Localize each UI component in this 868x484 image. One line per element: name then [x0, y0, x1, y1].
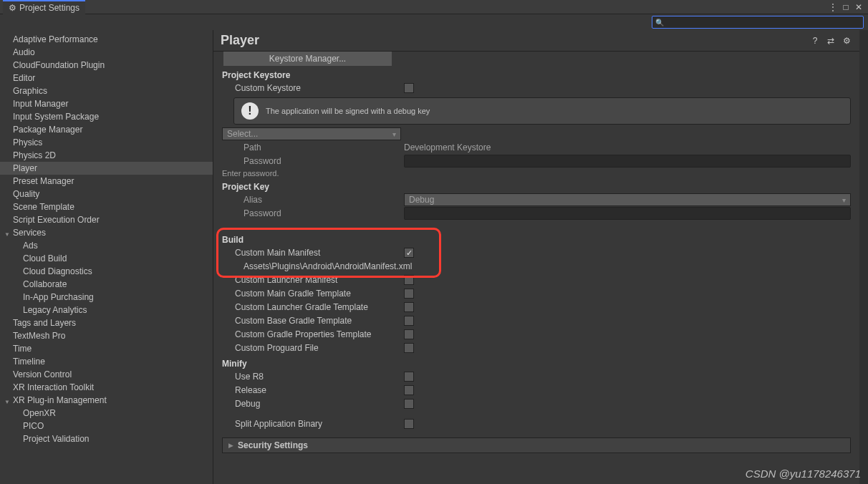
sidebar-item-ads[interactable]: Ads [0, 239, 213, 252]
sidebar-item-label: Quality [13, 189, 39, 199]
sidebar-item-openxr[interactable]: OpenXR [0, 407, 213, 420]
chevron-down-icon: ▼ [4, 397, 10, 408]
keystore-path-label: Path [222, 142, 404, 153]
sidebar-item-cloud-build[interactable]: Cloud Build [0, 252, 213, 265]
sidebar-item-label: Time [13, 344, 32, 354]
sidebar-item-label: Physics 2D [13, 150, 56, 160]
projectkey-password-label: Password [222, 208, 404, 218]
vertical-scrollbar[interactable] [859, 30, 868, 484]
alias-label: Alias [222, 195, 404, 205]
sidebar-item-xr-interaction-toolkit[interactable]: XR Interaction Toolkit [0, 381, 213, 394]
custom-launcher-manifest-checkbox[interactable] [404, 275, 414, 285]
sidebar-item-label: Tags and Layers [13, 318, 76, 328]
sidebar-item-label: CloudFoundation Plugin [13, 60, 105, 70]
search-input[interactable] [665, 18, 860, 26]
split-binary-checkbox[interactable] [404, 419, 414, 429]
keystore-path-value: Development Keystore [404, 142, 851, 153]
sidebar-item-services[interactable]: ▼Services [0, 226, 213, 239]
debug-key-text: The application will be signed with a de… [266, 107, 430, 115]
projectkey-password-field[interactable] [404, 207, 851, 220]
maximize-icon[interactable]: □ [841, 2, 851, 12]
sidebar-item-textmesh-pro[interactable]: TextMesh Pro [0, 329, 213, 342]
search-box[interactable]: 🔍 [652, 16, 864, 29]
sidebar-item-label: Version Control [13, 369, 72, 379]
gear-icon: ⚙ [9, 3, 16, 13]
keystore-password-label: Password [222, 156, 404, 166]
settings-gear-icon[interactable]: ⚙ [841, 35, 852, 47]
custom-launcher-manifest-label: Custom Launcher Manifest [222, 275, 404, 285]
security-settings-foldout[interactable]: ▶ Security Settings [222, 437, 851, 453]
more-icon[interactable]: ⋮ [828, 2, 838, 12]
sidebar-item-label: Scene Template [13, 202, 74, 212]
security-settings-label: Security Settings [238, 440, 308, 450]
info-icon: ! [241, 102, 259, 120]
alias-value: Debug [409, 195, 434, 205]
sidebar-item-physics[interactable]: Physics [0, 136, 213, 149]
custom-main-manifest-checkbox[interactable] [404, 248, 414, 258]
custom-launcher-gradle-template-checkbox[interactable] [404, 302, 414, 312]
sidebar-item-pico[interactable]: PICO [0, 420, 213, 432]
window-title: Project Settings [19, 3, 79, 13]
sidebar-item-preset-manager[interactable]: Preset Manager [0, 175, 213, 188]
preset-icon[interactable]: ⇄ [825, 35, 836, 47]
sidebar-item-label: Timeline [13, 357, 45, 367]
sidebar-item-scene-template[interactable]: Scene Template [0, 200, 213, 213]
custom-base-gradle-template-label: Custom Base Gradle Template [222, 316, 404, 326]
sidebar-item-graphics[interactable]: Graphics [0, 84, 213, 97]
chevron-down-icon: ▼ [4, 229, 10, 241]
custom-main-gradle-template-checkbox[interactable] [404, 289, 414, 299]
sidebar-item-timeline[interactable]: Timeline [0, 355, 213, 368]
sidebar-item-label: Player [13, 163, 37, 173]
custom-proguard-file-checkbox[interactable] [404, 343, 414, 353]
sidebar-item-label: Physics [13, 137, 42, 147]
custom-base-gradle-template-checkbox[interactable] [404, 316, 414, 326]
sidebar-item-input-manager[interactable]: Input Manager [0, 97, 213, 110]
custom-gradle-properties-template-checkbox[interactable] [404, 329, 414, 339]
alias-dropdown[interactable]: Debug [404, 193, 851, 206]
sidebar-item-cloud-diagnostics[interactable]: Cloud Diagnostics [0, 265, 213, 278]
sidebar-item-cloudfoundation-plugin[interactable]: CloudFoundation Plugin [0, 59, 213, 72]
sidebar-item-editor[interactable]: Editor [0, 72, 213, 84]
debug-key-info: ! The application will be signed with a … [233, 97, 851, 125]
sidebar-item-input-system-package[interactable]: Input System Package [0, 110, 213, 123]
sidebar-item-adaptive-performance[interactable]: Adaptive Performance [0, 33, 213, 46]
page-title: Player [221, 33, 805, 48]
sidebar-item-xr-plug-in-management[interactable]: ▼XR Plug-in Management [0, 394, 213, 407]
content-header: Player ? ⇄ ⚙ [213, 30, 859, 52]
sidebar-item-label: TextMesh Pro [13, 331, 65, 341]
sidebar-item-quality[interactable]: Quality [0, 188, 213, 200]
minify-use-r8-checkbox[interactable] [404, 372, 414, 382]
keystore-password-field[interactable] [404, 155, 851, 168]
sidebar-item-package-manager[interactable]: Package Manager [0, 123, 213, 136]
minify-debug-checkbox[interactable] [404, 399, 414, 409]
sidebar-item-label: Input System Package [13, 112, 99, 122]
sidebar-item-physics-2d[interactable]: Physics 2D [0, 149, 213, 162]
settings-sidebar[interactable]: Adaptive PerformanceAudioCloudFoundation… [0, 30, 213, 484]
sidebar-item-tags-and-layers[interactable]: Tags and Layers [0, 316, 213, 329]
sidebar-item-label: Audio [13, 47, 35, 57]
help-icon[interactable]: ? [809, 35, 821, 47]
sidebar-item-legacy-analytics[interactable]: Legacy Analytics [0, 304, 213, 316]
sidebar-item-player[interactable]: Player [0, 162, 213, 175]
sidebar-item-audio[interactable]: Audio [0, 46, 213, 59]
minify-debug-label: Debug [222, 399, 404, 409]
chevron-right-icon: ▶ [228, 442, 233, 449]
sidebar-item-in-app-purchasing[interactable]: In-App Purchasing [0, 291, 213, 304]
sidebar-item-label: Script Execution Order [13, 215, 100, 225]
sidebar-item-project-validation[interactable]: Project Validation [0, 432, 213, 445]
custom-launcher-gradle-template-label: Custom Launcher Gradle Template [222, 302, 404, 312]
minify-release-checkbox[interactable] [404, 385, 414, 395]
custom-keystore-checkbox[interactable] [404, 83, 414, 93]
sidebar-item-version-control[interactable]: Version Control [0, 368, 213, 381]
sidebar-item-label: XR Plug-in Management [13, 395, 107, 405]
sidebar-item-collaborate[interactable]: Collaborate [0, 278, 213, 291]
close-icon[interactable]: ✕ [854, 2, 864, 12]
keystore-select-dropdown[interactable]: Select... [222, 127, 401, 140]
custom-proguard-file-label: Custom Proguard File [222, 343, 404, 353]
keystore-manager-button[interactable]: Keystore Manager... [223, 52, 392, 66]
section-project-keystore: Project Keystore [222, 70, 851, 80]
sidebar-item-label: Graphics [13, 86, 47, 96]
sidebar-item-script-execution-order[interactable]: Script Execution Order [0, 213, 213, 226]
window-tab[interactable]: ⚙ Project Settings [3, 0, 85, 14]
sidebar-item-time[interactable]: Time [0, 342, 213, 355]
